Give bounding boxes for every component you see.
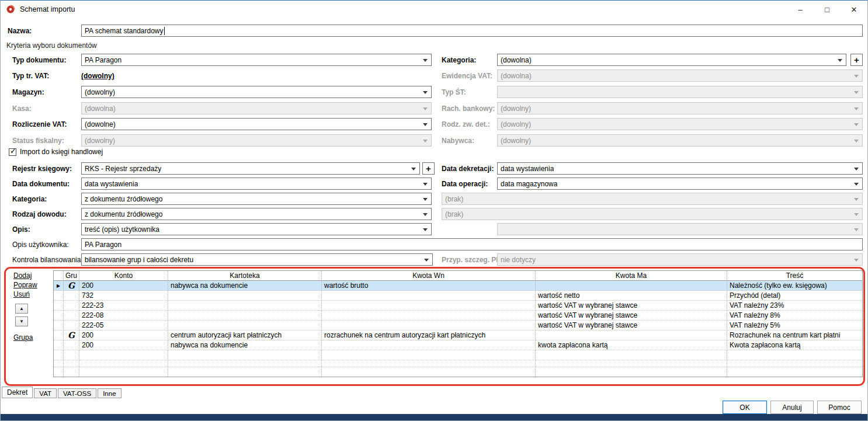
chevron-down-icon [854, 228, 859, 231]
cell-konto: 222-05 [79, 321, 168, 330]
table-row[interactable]: 222-23 wartość VAT w wybranej stawce VAT… [54, 301, 862, 311]
header-kwota-wn[interactable]: Kwota Wn [322, 271, 536, 281]
dodaj-link[interactable]: Dodaj [13, 272, 32, 280]
table-filler [54, 360, 862, 367]
data-operacji-select[interactable]: data magazynowa [497, 178, 863, 190]
usun-link[interactable]: Usuń [13, 290, 30, 298]
rejestr-ksiegowy-select[interactable]: RKS - Rejestr sprzedaży [81, 162, 420, 175]
typ-st-label: Typ ŚT: [442, 88, 466, 96]
table-row[interactable]: ▶ G 200 nabywca na dokumencie wartość br… [54, 281, 862, 291]
przyp-szczeg-pit-value: nie dotyczy [501, 256, 536, 264]
criteria-section-heading: Kryteria wyboru dokumentów [6, 41, 97, 50]
opis-select[interactable]: treść (opis) użytkownika [81, 223, 432, 235]
nabywca-value: (dowolny) [501, 137, 531, 145]
rodzaj-dowodu-value: z dokumentu źródłowego [85, 210, 162, 218]
kategoria-brak-select: (brak) [442, 193, 863, 205]
row-indicator-icon: ▶ [54, 281, 64, 291]
rodzaj-dowodu-label: Rodzaj dowodu: [12, 210, 67, 218]
add-rejestr-button[interactable]: + [422, 162, 435, 175]
cell-tresc: Przychód (detal) [727, 291, 862, 301]
import-ksiegi-checkbox-row[interactable]: ✓ Import do księgi handlowej [9, 148, 103, 156]
chevron-down-icon [423, 140, 428, 142]
row-indicator-icon [54, 330, 64, 340]
typ-tr-vat-link[interactable]: (dowolny) [81, 72, 114, 80]
table-row[interactable]: 222-08 wartość VAT w wybranej stawce VAT… [54, 311, 862, 321]
status-fiskalny-select: (dowolny) [81, 134, 432, 147]
nazwa-value: PA schemat standardowy [85, 27, 164, 35]
nabywca-label: Nabywca: [442, 137, 474, 145]
table-row[interactable]: 732 wartość netto Przychód (detal) [54, 291, 862, 301]
kontrola-bilansowania-select[interactable]: bilansowanie grup i całości dekretu [81, 253, 433, 266]
table-row[interactable]: 200 nabywca na dokumencie kwota zapłacon… [54, 340, 862, 350]
popraw-link[interactable]: Popraw [13, 281, 37, 289]
cell-konto: 200 [79, 340, 168, 350]
row-indicator-icon [54, 311, 64, 321]
cell-konto: 222-08 [79, 311, 168, 321]
opis-uzytkownika-input[interactable]: PA Paragon [81, 238, 863, 250]
kategoria-select[interactable]: (dowolna) [497, 54, 846, 66]
cell-kwota-ma: wartość VAT w wybranej stawce [536, 311, 727, 321]
header-kwota-ma[interactable]: Kwota Ma [536, 271, 727, 281]
kategoria-ksiegi-select[interactable]: z dokumentu źródłowego [81, 193, 432, 205]
tab-vat[interactable]: VAT [34, 388, 57, 398]
header-gru[interactable]: Gru [64, 271, 79, 281]
ewidencja-vat-value: (dowolna) [501, 72, 532, 80]
cell-tresc: Należność (tylko ew. księgowa) [727, 281, 862, 291]
cell-kwota-ma: kwota zapłacona kartą [536, 340, 727, 350]
maximize-button[interactable]: □ [814, 1, 841, 18]
minimize-button[interactable]: – [787, 1, 814, 18]
chevron-down-icon [423, 213, 428, 216]
bottom-strip [1, 414, 867, 420]
group-glyph: G [64, 281, 79, 291]
rozliczenie-vat-label: Rozliczenie VAT: [12, 120, 67, 128]
kategoria-brak-value: (brak) [445, 195, 463, 203]
tab-vat-oss[interactable]: VAT-OSS [58, 388, 96, 398]
row-indicator-icon [54, 350, 64, 360]
tab-dekret[interactable]: Dekret [2, 387, 33, 398]
cell-tresc: VAT należny 23% [727, 301, 862, 311]
checkbox-checked[interactable]: ✓ [9, 148, 16, 156]
move-up-button[interactable]: ▲ [15, 304, 28, 314]
table-row[interactable]: 222-05 wartość VAT w wybranej stawce VAT… [54, 321, 862, 330]
rozliczenie-vat-value: (dowolne) [85, 120, 116, 128]
table-row-empty[interactable] [54, 350, 862, 360]
rozliczenie-vat-select[interactable]: (dowolne) [81, 118, 432, 130]
row-indicator-icon [54, 321, 64, 330]
move-down-button[interactable]: ▼ [15, 316, 28, 326]
table-row-empty[interactable] [54, 367, 862, 377]
cell-tresc: Rozrachunek na centrum kart płatni [727, 330, 862, 340]
typ-dokumentu-select[interactable]: PA Paragon [81, 54, 432, 66]
magazyn-select[interactable]: (dowolny) [81, 86, 432, 98]
nazwa-input[interactable]: PA schemat standardowy [81, 25, 863, 37]
rodzaj-dowodu-select[interactable]: z dokumentu źródłowego [81, 208, 432, 220]
cell-tresc: VAT należny 8% [727, 311, 862, 321]
group-glyph [64, 291, 79, 301]
anuluj-button[interactable]: Anuluj [770, 401, 814, 414]
pomoc-button[interactable]: Pomoc [817, 401, 862, 414]
header-tresc[interactable]: Treść [727, 271, 862, 281]
tab-strip: Dekret VAT VAT-OSS Inne [2, 387, 123, 398]
header-kartoteka[interactable]: Kartoteka [168, 271, 322, 281]
rach-bankowy-value: (dowolny) [501, 105, 531, 113]
chevron-down-icon [423, 198, 428, 201]
nabywca-select: (dowolny) [497, 134, 863, 147]
close-button[interactable]: ✕ [841, 1, 867, 18]
chevron-down-icon [423, 228, 428, 231]
chevron-down-icon [838, 59, 842, 62]
grupa-link[interactable]: Grupa [13, 333, 33, 342]
cell-kartoteka [168, 321, 322, 330]
data-dokumentu-select[interactable]: data wystawienia [81, 178, 432, 190]
add-kategoria-button[interactable]: + [850, 54, 863, 66]
ok-button[interactable]: OK [723, 401, 767, 414]
cell-kwota-wn [322, 350, 536, 360]
header-konto[interactable]: Konto [79, 271, 168, 281]
rodzaj-dowodu-brak-value: (brak) [445, 210, 463, 218]
cell-kartoteka: nabywca na dokumencie [168, 340, 322, 350]
cell-kwota-ma: wartość VAT w wybranej stawce [536, 301, 727, 311]
cell-kwota-ma [536, 350, 727, 360]
tab-inne[interactable]: Inne [98, 388, 121, 398]
chevron-down-icon [854, 91, 859, 94]
cell-konto: 200 [79, 281, 168, 291]
data-dekretacji-select[interactable]: data wystawienia [497, 162, 863, 175]
table-row[interactable]: G 200 centrum autoryzacji kart płatniczy… [54, 330, 862, 340]
